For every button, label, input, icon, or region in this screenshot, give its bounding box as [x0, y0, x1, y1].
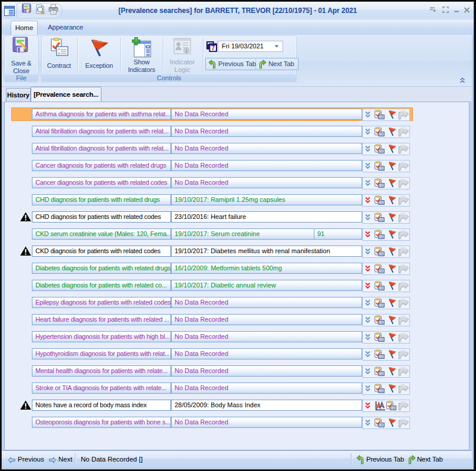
svg-text:7: 7: [211, 45, 215, 51]
